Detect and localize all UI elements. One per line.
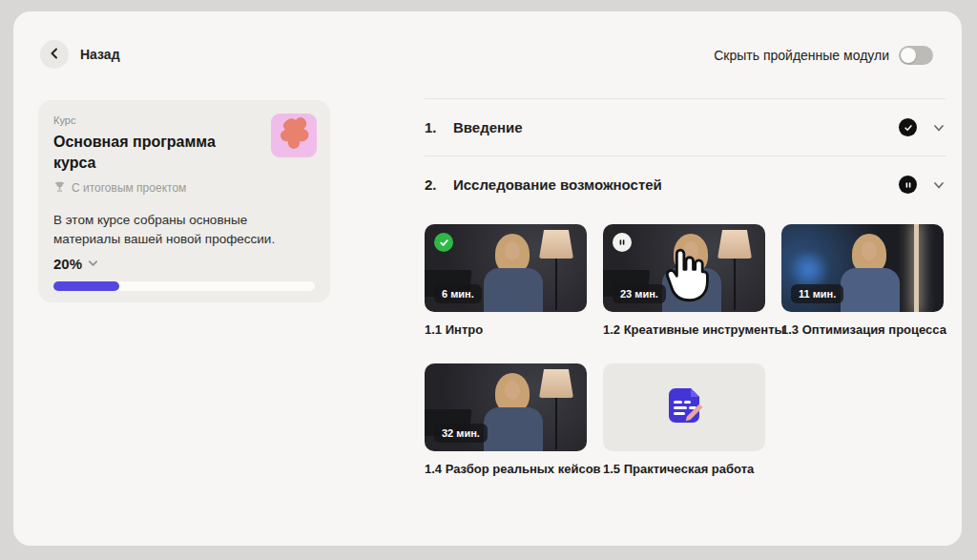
lesson-card-1-1[interactable]: 6 мин. 1.1 Интро: [425, 224, 587, 337]
light-strip-decoration: [914, 224, 919, 312]
course-description: В этом курсе собраны основные материалы …: [53, 211, 306, 250]
course-feature-row: С итоговым проектом: [53, 180, 315, 196]
pause-circle-white-icon: [613, 233, 632, 252]
progress-expander[interactable]: 20%: [53, 255, 98, 272]
duration-badge: 32 мин.: [434, 424, 488, 443]
chevron-left-icon: [49, 46, 60, 63]
video-thumbnail[interactable]: 23 мин.: [603, 224, 765, 312]
back-label[interactable]: Назад: [80, 47, 120, 62]
lesson-title: 1.2 Креативные инструменты: [603, 322, 765, 337]
lesson-grid: 6 мин. 1.1 Интро 23 мин.: [425, 224, 946, 476]
hand-pointer-icon: [658, 245, 714, 308]
module-number: 2.: [425, 176, 453, 193]
check-circle-green-icon: [434, 233, 453, 252]
presenter-figure: [480, 373, 547, 451]
lesson-title: 1.5 Практическая работа: [603, 462, 765, 476]
blue-light-decoration: [787, 251, 831, 289]
lesson-card-1-3[interactable]: 11 мин. 1.3 Оптимизация процесса: [781, 224, 944, 337]
module-title: Исследование возможностей: [453, 176, 899, 193]
trophy-icon: [53, 180, 66, 196]
chevron-down-icon: [88, 255, 98, 272]
lesson-card-1-5[interactable]: 1.5 Практическая работа: [603, 363, 765, 476]
progress-percent-label: 20%: [53, 256, 82, 272]
hide-completed-toggle-row: Скрыть пройденные модули: [714, 46, 933, 65]
toggle-knob: [901, 48, 916, 63]
course-feature-label: С итоговым проектом: [72, 181, 186, 195]
video-thumbnail[interactable]: 6 мин.: [425, 224, 587, 312]
duration-badge: 6 мин.: [434, 284, 482, 303]
duration-badge: 11 мин.: [791, 284, 843, 303]
pause-circle-icon: [899, 176, 917, 194]
module-row-2[interactable]: 2. Исследование возможностей: [425, 156, 946, 213]
check-circle-icon: [899, 118, 917, 136]
lesson-card-1-2[interactable]: 23 мин. 1.2 Креативные инструменты: [603, 224, 765, 337]
module-list: 1. Введение 2. Исследование возможностей: [425, 98, 946, 476]
lesson-card-1-4[interactable]: 32 мин. 1.4 Разбор реальных кейсов: [425, 363, 587, 476]
chevron-down-icon[interactable]: [932, 121, 946, 135]
module-title: Введение: [453, 119, 899, 135]
lesson-title: 1.4 Разбор реальных кейсов: [425, 462, 587, 476]
course-title: Основная программа курса: [53, 132, 254, 173]
module-row-1[interactable]: 1. Введение: [425, 98, 946, 156]
video-thumbnail[interactable]: 11 мин.: [781, 224, 944, 312]
course-card: Курс Основная программа курса С итоговым…: [38, 100, 330, 302]
practice-thumbnail[interactable]: [603, 363, 765, 451]
toggle-label: Скрыть пройденные модули: [714, 48, 889, 63]
hide-completed-toggle[interactable]: [899, 46, 933, 65]
course-thumbnail: [271, 114, 317, 157]
module-number: 1.: [425, 119, 453, 135]
back-button[interactable]: [40, 40, 69, 69]
video-thumbnail[interactable]: 32 мин.: [425, 363, 587, 451]
document-pencil-icon: [661, 383, 707, 432]
progress-bar-fill: [53, 281, 119, 291]
chevron-down-icon[interactable]: [932, 178, 946, 192]
app-window: Назад Скрыть пройденные модули Курс Осно…: [13, 11, 962, 546]
progress-bar: [53, 281, 315, 291]
presenter-figure: [480, 234, 547, 312]
abstract-blob-icon: [271, 114, 317, 157]
lesson-title: 1.3 Оптимизация процесса: [781, 322, 944, 337]
lesson-title: 1.1 Интро: [425, 322, 587, 337]
presenter-figure: [837, 234, 904, 312]
